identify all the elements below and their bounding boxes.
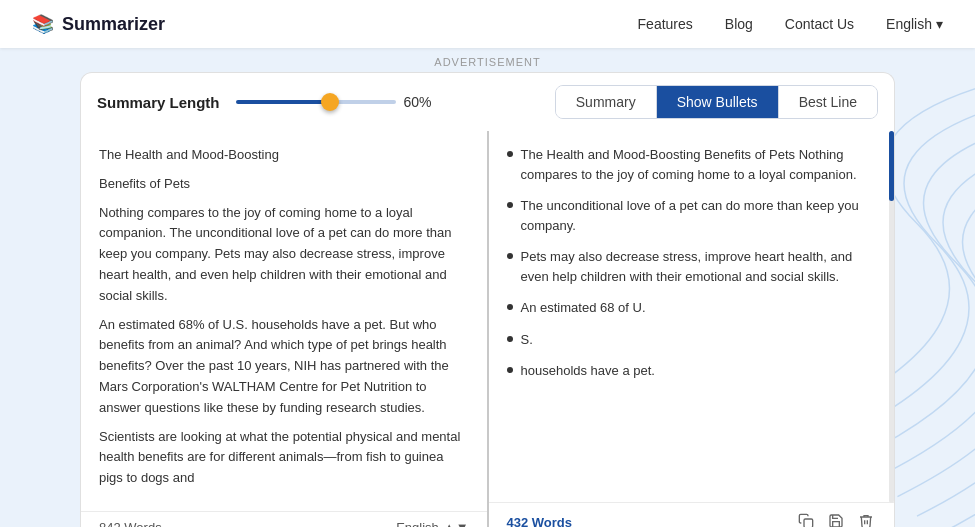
bullet-icon <box>507 304 513 310</box>
nav-contact[interactable]: Contact Us <box>785 16 854 32</box>
list-item: An estimated 68 of U. <box>507 298 877 318</box>
left-text-line-5: Scientists are looking at what the poten… <box>99 427 469 489</box>
right-word-count: 432 Words <box>507 515 573 527</box>
bullet-icon <box>507 336 513 342</box>
right-panel-footer: 432 Words <box>489 502 895 527</box>
brand-icon: 📚 <box>32 13 54 35</box>
left-panel-scroll[interactable]: The Health and Mood-Boosting Benefits of… <box>81 131 487 511</box>
left-text-line-3: Nothing compares to the joy of coming ho… <box>99 203 469 307</box>
brand-logo[interactable]: 📚 Summarizer <box>32 13 165 35</box>
list-item: Pets may also decrease stress, improve h… <box>507 247 877 286</box>
scrollbar-track <box>889 131 894 503</box>
main-container: Summary Length 60% Summary Show Bullets … <box>0 72 975 527</box>
left-panel-footer: 842 Words English ▲▼ <box>81 511 487 527</box>
list-item: households have a pet. <box>507 361 877 381</box>
summary-length-label: Summary Length <box>97 94 220 111</box>
tab-group: Summary Show Bullets Best Line <box>555 85 878 119</box>
bullet-icon <box>507 253 513 259</box>
navbar: 📚 Summarizer Features Blog Contact Us En… <box>0 0 975 48</box>
bullet-text-3: Pets may also decrease stress, improve h… <box>521 247 877 286</box>
left-text-line-4: An estimated 68% of U.S. households have… <box>99 315 469 419</box>
bullet-text-2: The unconditional love of a pet can do m… <box>521 196 877 235</box>
bullet-icon <box>507 202 513 208</box>
brand-name: Summarizer <box>62 14 165 35</box>
left-word-count: 842 Words <box>99 520 162 527</box>
left-text-line-2: Benefits of Pets <box>99 174 469 195</box>
copy-button[interactable] <box>796 511 816 527</box>
language-selector[interactable]: English ▾ <box>886 16 943 32</box>
nav-blog[interactable]: Blog <box>725 16 753 32</box>
slider-container: 60% <box>236 94 432 110</box>
bullet-icon <box>507 367 513 373</box>
bullet-text-5: S. <box>521 330 533 350</box>
left-panel-text: The Health and Mood-Boosting Benefits of… <box>99 145 469 489</box>
language-label: English <box>886 16 932 32</box>
slider-percent-label: 60% <box>404 94 432 110</box>
right-panel-scroll[interactable]: The Health and Mood-Boosting Benefits of… <box>489 131 895 502</box>
summary-length-slider[interactable] <box>236 100 396 104</box>
nav-links: Features Blog Contact Us <box>638 16 855 32</box>
list-item: S. <box>507 330 877 350</box>
top-ad-banner: ADVERTISEMENT <box>0 48 975 72</box>
footer-icons <box>796 511 876 527</box>
language-dropdown[interactable]: English ▲▼ <box>396 520 468 527</box>
left-panel: The Health and Mood-Boosting Benefits of… <box>81 131 489 527</box>
bullet-icon <box>507 151 513 157</box>
tab-summary[interactable]: Summary <box>556 86 657 118</box>
controls-row: Summary Length 60% Summary Show Bullets … <box>80 72 895 131</box>
list-item: The Health and Mood-Boosting Benefits of… <box>507 145 877 184</box>
tab-best-line[interactable]: Best Line <box>779 86 877 118</box>
lang-chevron-icon: ▲▼ <box>443 520 469 527</box>
lang-label: English <box>396 520 439 527</box>
bullet-text-4: An estimated 68 of U. <box>521 298 646 318</box>
tab-show-bullets[interactable]: Show Bullets <box>657 86 779 118</box>
left-text-line-1: The Health and Mood-Boosting <box>99 145 469 166</box>
scrollbar-thumb[interactable] <box>889 131 894 201</box>
bullet-list: The Health and Mood-Boosting Benefits of… <box>507 145 877 381</box>
panels-outer: The Health and Mood-Boosting Benefits of… <box>80 131 895 527</box>
list-item: The unconditional love of a pet can do m… <box>507 196 877 235</box>
svg-rect-0 <box>804 519 813 527</box>
chevron-down-icon: ▾ <box>936 16 943 32</box>
right-panel: The Health and Mood-Boosting Benefits of… <box>489 131 895 527</box>
panels-content: The Health and Mood-Boosting Benefits of… <box>81 131 894 527</box>
nav-features[interactable]: Features <box>638 16 693 32</box>
summary-length-section: Summary Length 60% <box>97 94 432 111</box>
bullet-text-1: The Health and Mood-Boosting Benefits of… <box>521 145 877 184</box>
delete-button[interactable] <box>856 511 876 527</box>
save-button[interactable] <box>826 511 846 527</box>
bullet-text-6: households have a pet. <box>521 361 655 381</box>
